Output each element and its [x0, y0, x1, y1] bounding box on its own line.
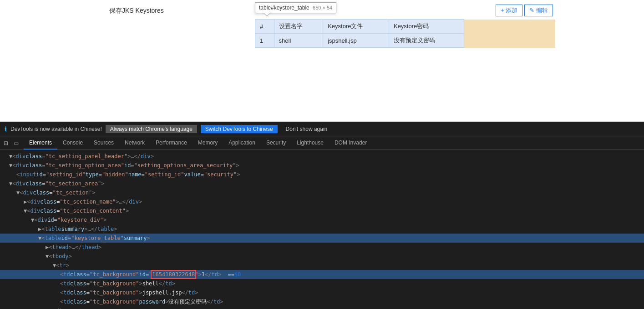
action-buttons: + 添加 ✎ 编辑	[496, 5, 553, 16]
code-line[interactable]: ▼<div class="tc_section">	[0, 188, 644, 197]
match-language-button[interactable]: Always match Chrome's language	[106, 125, 197, 133]
table-row: 1 shell jspshell.jsp 没有预定义密码	[255, 34, 555, 48]
tab-application[interactable]: Application	[223, 136, 261, 150]
tab-console[interactable]: Console	[57, 136, 88, 150]
devtools-code-view: ▼<div class="tc_setting_panel_header">…<…	[0, 150, 644, 309]
col-header-password: Keystore密码	[389, 20, 464, 34]
cell-name: shell	[274, 34, 323, 48]
code-line[interactable]: ▶<div class="tc_section_name">…</div>	[0, 197, 644, 206]
info-icon: ℹ	[5, 125, 7, 133]
code-line[interactable]: <td class="tc_background">shell</td>	[0, 279, 644, 288]
switch-to-chinese-button[interactable]: Switch DevTools to Chinese	[201, 125, 278, 133]
page-title: 保存JKS Keystores	[109, 7, 164, 15]
code-line[interactable]: ▶<thead>…</thead>	[0, 243, 644, 252]
tab-network[interactable]: Network	[119, 136, 150, 150]
code-line[interactable]: ▼<div class="tc_setting_panel_header">…<…	[0, 152, 644, 161]
keystore-table: # 设置名字 Keystore文件 Keystore密码 1 shell jsp…	[255, 19, 555, 48]
add-button[interactable]: + 添加	[496, 5, 522, 16]
devtools-icon-inspect[interactable]: ⊡	[2, 139, 10, 147]
code-line-highlighted[interactable]: ▼<table id="keystore_table" summary>	[0, 234, 644, 243]
tab-security[interactable]: Security	[261, 136, 291, 150]
tab-performance[interactable]: Performance	[150, 136, 193, 150]
code-line[interactable]: ▼<tr>	[0, 261, 644, 270]
code-line-active-td[interactable]: <td class="tc_background" id="1654180322…	[0, 270, 644, 279]
tab-dom-invader[interactable]: DOM Invader	[329, 136, 372, 150]
cell-num: 1	[255, 34, 274, 48]
col-header-name: 设置名字	[274, 20, 323, 34]
tab-sources[interactable]: Sources	[88, 136, 119, 150]
edit-button[interactable]: ✎ 编辑	[524, 5, 553, 16]
devtools-elements-panel: ▼<div class="tc_setting_panel_header">…<…	[0, 150, 644, 309]
col-header-num: #	[255, 20, 274, 34]
code-line[interactable]: ▼<div class="tc_setting_option_area" id=…	[0, 161, 644, 170]
code-line[interactable]: ▼<div class="tc_section_area">	[0, 179, 644, 188]
col-header-extra	[464, 20, 555, 34]
code-line[interactable]: <td class="tc_background" password>没有预定义…	[0, 297, 644, 306]
code-line[interactable]: ▼<tbody>	[0, 252, 644, 261]
devtools-tabs-bar: ⊡ ▭ Elements Console Sources Network Per…	[0, 136, 644, 150]
code-line[interactable]: ▼<div id="keystore_div">	[0, 215, 644, 224]
tab-elements[interactable]: Elements	[24, 136, 57, 150]
devtools-notification-bar: ℹ DevTools is now available in Chinese! …	[0, 122, 644, 136]
devtools-tab-icons: ⊡ ▭	[2, 139, 20, 147]
cell-password: 没有预定义密码	[389, 34, 464, 48]
tooltip-element-id: table#keystore_table	[259, 5, 309, 11]
code-line[interactable]: <input id="setting_id" type="hidden" nam…	[0, 170, 644, 179]
code-line[interactable]: <td class="tc_background">jspshell.jsp</…	[0, 288, 644, 297]
code-line[interactable]: ▶<table summary>…</table>	[0, 224, 644, 234]
col-header-file: Keystore文件	[323, 20, 389, 34]
keystore-table-container: # 设置名字 Keystore文件 Keystore密码 1 shell jsp…	[255, 19, 555, 48]
tab-memory[interactable]: Memory	[193, 136, 223, 150]
dont-show-again-button[interactable]: Don't show again	[281, 125, 332, 133]
page-area: 保存JKS Keystores table#keystore_table 650…	[0, 0, 644, 122]
element-tooltip: table#keystore_table 650 × 54	[255, 2, 336, 13]
notification-text: DevTools is now available in Chinese!	[10, 126, 102, 132]
cell-file: jspshell.jsp	[323, 34, 389, 48]
code-line[interactable]: ▼<div class="tc_section_content">	[0, 206, 644, 215]
tab-lighthouse[interactable]: Lighthouse	[291, 136, 329, 150]
code-line[interactable]: </tr>	[0, 306, 644, 309]
cell-extra	[464, 34, 555, 48]
tooltip-dimensions: 650 × 54	[313, 5, 332, 10]
devtools-icon-device[interactable]: ▭	[12, 139, 20, 147]
